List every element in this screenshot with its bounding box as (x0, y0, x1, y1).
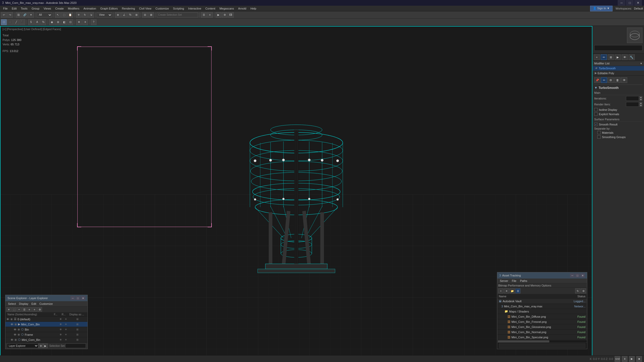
layer-row-frame[interactable]: 👁 ◉ ⬡ Frame ❄ ☀ ⊞ (5, 332, 87, 337)
help-button[interactable]: ? (91, 19, 96, 25)
menu-graph-editors[interactable]: Graph Editors (98, 6, 120, 11)
asset-tracking-path-input[interactable] (499, 343, 585, 348)
pivot-button[interactable]: ⊕ (115, 12, 121, 18)
at-new-button[interactable]: + (498, 288, 503, 293)
rotate-button[interactable]: ↻ (82, 12, 88, 18)
materials-checkbox[interactable] (597, 131, 601, 134)
explorer-menu-display[interactable]: Display (18, 302, 30, 306)
prop-show-button[interactable]: 👁 (621, 77, 627, 83)
modifier-list-dropdown-arrow[interactable]: ▼ (640, 62, 642, 65)
at-list-button[interactable]: ☰ (515, 288, 520, 293)
unfreeze-button[interactable]: ☀ (82, 19, 88, 25)
polygon-button[interactable]: ⬛ (20, 19, 25, 25)
iterations-up-button[interactable]: ▲ (639, 96, 642, 98)
snap-toggle-button[interactable]: S (28, 19, 34, 25)
explorer-footer-btn-2[interactable]: ▶ (43, 343, 48, 348)
freeze-button[interactable]: ❄ (76, 19, 82, 25)
exp-add-button[interactable]: + (17, 307, 21, 312)
status-play-button[interactable]: ▶ (629, 356, 635, 362)
menu-civil-view[interactable]: Civil View (137, 6, 153, 11)
menu-tools[interactable]: Tools (19, 6, 30, 11)
tab-motion[interactable]: ▶ (615, 54, 621, 60)
explorer-menu-edit[interactable]: Edit (30, 302, 38, 306)
editable-poly-button[interactable]: ⬡ (1, 19, 7, 25)
at-menu-paths[interactable]: Paths (518, 279, 529, 283)
menu-modifiers[interactable]: Modifiers (66, 6, 81, 11)
select-by-name-button[interactable]: 📋 (67, 12, 73, 18)
vertex-button[interactable]: · (7, 19, 13, 25)
layer-explorer-close[interactable]: ✕ (81, 296, 85, 300)
iterations-down-button[interactable]: ▼ (639, 98, 642, 101)
status-timeline-button[interactable]: ⏸ (622, 356, 627, 362)
at-row-normal[interactable]: 🖼 Mini_Corn_Bin_Normal.png Found (497, 330, 587, 335)
select-move-button[interactable]: ✛ (76, 12, 81, 18)
spinner-snap-button[interactable]: ⊞ (134, 12, 139, 18)
exp-filter-button[interactable]: ⬚ (12, 307, 16, 312)
layer-explorer-minimize[interactable]: ─ (70, 296, 75, 300)
at-delete-button[interactable]: ✕ (504, 288, 509, 293)
layer-manager-button[interactable]: ☰ (201, 12, 207, 18)
iterations-input[interactable]: 0 (626, 96, 639, 101)
close-button[interactable]: ✕ (634, 0, 642, 6)
angle-snap-button[interactable]: ∠ (121, 12, 127, 18)
at-menu-file[interactable]: File (510, 279, 518, 283)
create-selection-set-input[interactable] (157, 12, 198, 18)
edge-button[interactable]: ╱ (13, 19, 19, 25)
explorer-footer-dropdown[interactable]: Layer Explorer (7, 343, 38, 348)
layer-row-bin[interactable]: 👁 ◉ ⬡ Bin ❄ ☀ ⊞ (5, 327, 87, 332)
tab-hierarchy[interactable]: ⊞ (608, 54, 614, 60)
prop-edit-button[interactable]: ✏ (601, 77, 607, 83)
tab-display[interactable]: 👁 (622, 54, 628, 60)
percent-snap-button[interactable]: % (127, 12, 133, 18)
menu-file[interactable]: File (1, 6, 10, 11)
ribbon-button[interactable]: ≡ (207, 12, 213, 18)
at-menu-server[interactable]: Server (498, 279, 510, 283)
prop-delete-button[interactable]: 🗑 (614, 77, 621, 83)
explorer-menu-customize[interactable]: Customize (38, 302, 54, 306)
tab-modify[interactable]: ✏ (601, 54, 607, 60)
at-refresh-button[interactable]: ↻ (575, 288, 580, 293)
layer-row-mini-corn-bin[interactable]: 👁 ◉ ▶ Mini_Corn_Bin ❄ ☀ ⊞ (5, 322, 87, 327)
asset-tracking-close[interactable]: ✕ (580, 273, 585, 277)
explorer-menu-select[interactable]: Select (6, 302, 18, 306)
minimize-button[interactable]: ─ (618, 0, 625, 6)
layer-row-default[interactable]: 👁 ◉ ☰ 0 (default) ❄ ☀ ⊞ (5, 317, 87, 322)
exp-expand-button[interactable]: ≡ (27, 307, 32, 312)
explorer-footer-btn-1[interactable]: ⚙ (38, 343, 43, 348)
render-button[interactable]: ▶ (216, 12, 221, 18)
at-settings-button[interactable]: ⚙ (581, 288, 586, 293)
menu-scripting[interactable]: Scripting (171, 6, 186, 11)
render-frame-button[interactable]: 🎞 (228, 12, 234, 18)
render-iters-input[interactable]: 2 (626, 102, 639, 107)
filter-dropdown[interactable]: All (37, 12, 52, 18)
menu-rendering[interactable]: Rendering (120, 6, 137, 11)
scale-button[interactable]: ⇲ (88, 12, 94, 18)
at-row-max-file[interactable]: 3 Mini_Corn_Bin_max_vray.max Networ... (497, 304, 587, 309)
menu-arnold[interactable]: Arnold (236, 6, 248, 11)
render-setup-button[interactable]: ⚙ (222, 12, 227, 18)
tab-create[interactable]: + (594, 54, 600, 60)
menu-customize[interactable]: Customize (153, 6, 171, 11)
menu-interactive[interactable]: Interactive (186, 6, 203, 11)
menu-edit[interactable]: Edit (10, 6, 19, 11)
bind-spacewarp-button[interactable]: ✦ (28, 12, 34, 18)
explicit-normals-checkbox[interactable] (594, 112, 598, 116)
select-region-button[interactable]: ⬚ (61, 12, 67, 18)
menu-animation[interactable]: Animation (81, 6, 98, 11)
asset-tracking-scrollbar[interactable] (497, 340, 587, 342)
menu-help[interactable]: Help (248, 6, 258, 11)
smooth-result-checkbox[interactable] (594, 123, 598, 126)
status-stop-button[interactable]: ■ (636, 356, 642, 362)
tab-utilities[interactable]: 🔧 (629, 54, 635, 60)
prop-pin-button[interactable]: 📌 (594, 77, 600, 83)
render-iters-down-button[interactable]: ▼ (639, 104, 642, 107)
object-name-input[interactable]: Bin (594, 45, 642, 51)
modifier-turbosmooth[interactable]: 👁 TurboSmooth (593, 66, 644, 71)
exp-collapse-button[interactable]: ≡ (32, 307, 37, 312)
all-objects-button[interactable]: ⊞ (55, 19, 61, 25)
at-folder-button[interactable]: 📁 (510, 288, 515, 293)
at-row-vault[interactable]: 🏛 Autodesk Vault Logged... (497, 299, 587, 304)
menu-create[interactable]: Create (53, 6, 66, 11)
link-button[interactable]: ⛓ (16, 12, 21, 18)
select-button[interactable]: ↖ (55, 12, 61, 18)
